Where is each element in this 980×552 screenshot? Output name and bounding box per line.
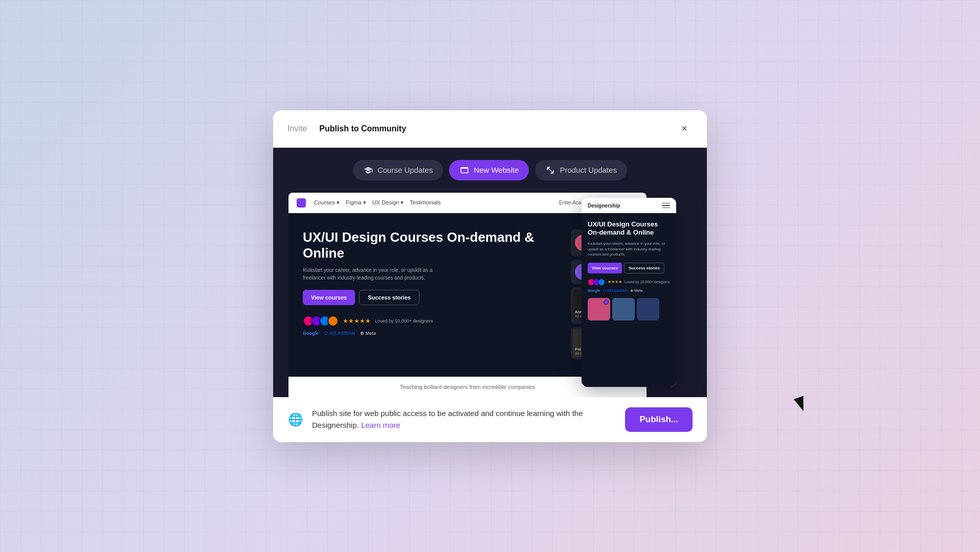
- footer-text: Publish site for web public access to be…: [312, 408, 617, 431]
- mockup-companies: Google ⬡ ATLASSIAN ⊕ Meta: [303, 331, 561, 336]
- mobile-avatar-3: [598, 279, 605, 286]
- mobile-social-text: Loved by 10,000+ designers: [625, 280, 670, 284]
- mobile-hero-buttons: View courses Success stories: [588, 263, 670, 273]
- mobile-btn-view-courses[interactable]: View courses: [588, 263, 622, 273]
- graduation-cap-icon: [363, 165, 373, 175]
- publish-to-community-tab[interactable]: Publish to Community: [319, 124, 406, 133]
- preview-area: Courses ▾ Figma ▾ UX Design ▾ Testimonia…: [273, 193, 707, 397]
- publish-modal: Invite Publish to Community × Course Upd…: [273, 110, 707, 442]
- tab-product-updates-label: Product Updates: [560, 166, 617, 174]
- globe-icon: 🌐: [287, 411, 304, 428]
- mobile-profile-images: [588, 298, 670, 320]
- mockup-nav-links: Courses ▾ Figma ▾ UX Design ▾ Testimonia…: [314, 199, 441, 206]
- mockup-btn-view-courses[interactable]: View courses: [303, 290, 355, 305]
- modal-header: Invite Publish to Community ×: [273, 110, 707, 148]
- tab-bar: Course Updates New Website Product Updat…: [273, 160, 707, 193]
- hamburger-icon: [662, 203, 670, 209]
- publish-button[interactable]: Publish...: [625, 407, 693, 432]
- mobile-btn-success-stories[interactable]: Success stories: [624, 263, 664, 273]
- tab-new-website-label: New Website: [474, 166, 519, 174]
- tab-course-updates[interactable]: Course Updates: [353, 160, 443, 180]
- mockup-hero-subtitle: Kickstart your career, advance in your r…: [303, 266, 446, 282]
- mockup-logo: [297, 198, 306, 208]
- tab-course-updates-label: Course Updates: [377, 166, 433, 174]
- mobile-profile-img-2: [612, 298, 635, 320]
- mobile-hero-title: UX/UI Design Courses On-demand & Online: [588, 220, 670, 238]
- mobile-profile-img-1: [588, 298, 610, 320]
- mobile-nav: Designership: [582, 198, 676, 213]
- mobile-hero: UX/UI Design Courses On-demand & Online …: [582, 213, 676, 387]
- box-icon: [545, 165, 555, 175]
- mockup-social-proof: ★★★★★ Loved by 10,000+ designers: [303, 315, 561, 327]
- avatar-4: [327, 315, 339, 327]
- modal-content-area: Course Updates New Website Product Updat…: [273, 148, 707, 397]
- invite-tab[interactable]: Invite: [287, 124, 307, 133]
- tab-product-updates[interactable]: Product Updates: [535, 160, 627, 180]
- mobile-companies: Google ⬡ ATLASSIAN ⊕ Meta: [588, 289, 670, 293]
- mobile-profile-img-3: [637, 298, 659, 320]
- learn-more-link[interactable]: Learn more: [361, 421, 400, 429]
- window-icon: [459, 165, 470, 175]
- mobile-hero-subtitle: Kickstart your career, advance in your r…: [588, 241, 670, 258]
- mockup-btn-success-stories[interactable]: Success stories: [359, 290, 419, 305]
- mobile-social-proof: ★★★★ Loved by 10,000+ designers: [588, 279, 670, 286]
- mobile-mockup: Designership UX/UI Design Courses On-dem…: [582, 198, 676, 387]
- close-button[interactable]: ×: [676, 121, 693, 137]
- modal-footer: 🌐 Publish site for web public access to …: [273, 397, 707, 442]
- mockup-hero-title: UX/UI Design Courses On-demand & Online: [303, 229, 561, 261]
- tab-new-website[interactable]: New Website: [449, 160, 529, 180]
- mockup-hero-buttons: View courses Success stories: [303, 290, 561, 305]
- mockup-social-text: Loved by 10,000+ designers: [375, 318, 433, 324]
- mobile-logo: Designership: [588, 203, 620, 209]
- mouse-cursor: [794, 396, 808, 412]
